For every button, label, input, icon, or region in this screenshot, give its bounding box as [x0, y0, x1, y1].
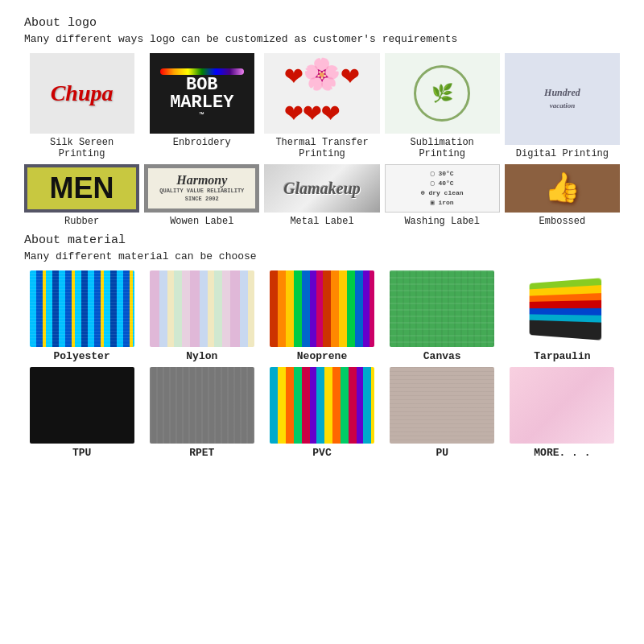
pvc-image [270, 367, 374, 444]
metal-image: Glamakeup [264, 164, 379, 213]
harmony-text: Harmony [176, 173, 227, 188]
woven-label: Wowen Label [170, 216, 233, 227]
digital-image: Hundredvacation [505, 53, 620, 145]
about-logo-subtitle: Many different ways logo can be customiz… [24, 33, 620, 45]
list-item: Glamakeup Metal Label [264, 164, 379, 227]
list-item: Tarpaulin [505, 270, 620, 362]
more-image [510, 367, 614, 444]
washing-label: Washing Label [404, 216, 480, 227]
polyester-visual [30, 270, 134, 347]
woven-box: Harmony QUALITY VALUE RELIABILITYSINCE 2… [146, 166, 258, 211]
men-text: MEN [50, 171, 114, 205]
pu-visual [390, 367, 494, 444]
rubber-image: MEN [24, 164, 139, 213]
list-item: PVC [264, 367, 379, 459]
list-item: Polyester [24, 270, 139, 362]
embroidery-label: Enbroidery [173, 137, 231, 148]
page: About logo Many different ways logo can … [0, 0, 644, 480]
list-item: 👍 Embossed [505, 164, 620, 227]
list-item: MORE. . . [505, 367, 620, 459]
harmony-sub-text: QUALITY VALUE RELIABILITYSINCE 2002 [159, 188, 244, 204]
material-grid-row1: Polyester Nylon Neoprene Canvas [24, 270, 620, 362]
metal-label: Metal Label [290, 216, 353, 227]
nylon-image [150, 270, 254, 347]
polyester-label: Polyester [53, 350, 109, 362]
list-item: MEN Rubber [24, 164, 139, 227]
rpet-label: RPET [189, 447, 214, 459]
embossed-image: 👍 [505, 164, 620, 213]
silk-screen-label: Silk Sereen Printing [24, 137, 139, 159]
pu-image [390, 367, 494, 444]
about-material-subtitle: Many different material can be choose [24, 250, 620, 262]
canvas-image [390, 270, 494, 347]
bob-tm-text: ™ [200, 112, 204, 120]
embossed-icon: 👍 [544, 171, 580, 206]
thermal-image: ❤️🌸❤️❤️❤️❤️ [264, 53, 379, 134]
pvc-label: PVC [312, 447, 331, 459]
polyester-image [30, 270, 134, 347]
rainbow-bar [160, 68, 244, 75]
nylon-label: Nylon [186, 350, 217, 362]
list-item: BOB MARLEY ™ Enbroidery [144, 53, 259, 159]
woven-image: Harmony QUALITY VALUE RELIABILITYSINCE 2… [144, 164, 259, 213]
list-item: RPET [144, 367, 259, 459]
material-grid-row2: TPU RPET PVC PU MORE. . . [24, 367, 620, 459]
list-item: Chupa Silk Sereen Printing [24, 53, 139, 159]
digital-label: Digital Printing [516, 148, 609, 159]
embroidery-image: BOB MARLEY ™ [150, 53, 254, 134]
tpu-visual [30, 367, 134, 444]
bob-marley-logo: BOB MARLEY ™ [150, 53, 254, 134]
washing-image: ▢ 30°C▢ 40°C⊕ dry clean▣ iron [385, 164, 500, 213]
neoprene-visual [270, 270, 374, 347]
digital-logo-text: Hundredvacation [544, 87, 580, 111]
rpet-image [150, 367, 254, 444]
pvc-visual [270, 367, 374, 444]
canvas-visual [390, 270, 494, 347]
rpet-visual [150, 367, 254, 444]
list-item: Nylon [144, 270, 259, 362]
tarpaulin-image [510, 270, 614, 347]
list-item: ▢ 30°C▢ 40°C⊕ dry clean▣ iron Washing La… [385, 164, 500, 227]
tpu-image [30, 367, 134, 444]
nylon-visual [150, 270, 254, 347]
sublimation-image: 🌿 [385, 53, 500, 134]
more-label: MORE. . . [534, 447, 590, 459]
sublimation-label: Sublimation Printing [385, 137, 500, 159]
chupa-logo: Chupa [30, 53, 134, 134]
cherry-bg: ❤️🌸❤️❤️❤️❤️ [264, 53, 379, 134]
more-visual [510, 367, 614, 444]
tpu-label: TPU [72, 447, 91, 459]
list-item: PU [385, 367, 500, 459]
about-material-title: About material [24, 233, 620, 247]
neoprene-label: Neoprene [297, 350, 347, 362]
list-item: Harmony QUALITY VALUE RELIABILITYSINCE 2… [144, 164, 259, 227]
bob-name-text: BOB [186, 76, 218, 94]
silk-screen-image: Chupa [30, 53, 134, 134]
tarpaulin-label: Tarpaulin [534, 350, 590, 362]
thermal-label: Thermal Transfer Printing [264, 137, 379, 159]
pu-label: PU [436, 447, 448, 459]
list-item: TPU [24, 367, 139, 459]
canvas-label: Canvas [423, 350, 461, 362]
rubber-label: Rubber [64, 216, 99, 227]
tarpaulin-visual [510, 270, 614, 347]
embossed-label: Embossed [539, 216, 586, 227]
logo-grid-row1: Chupa Silk Sereen Printing BOB MARLEY ™ … [24, 53, 620, 159]
list-item: ❤️🌸❤️❤️❤️❤️ Thermal Transfer Printing [264, 53, 379, 159]
sublim-wreath: 🌿 [414, 65, 470, 122]
about-logo-title: About logo [24, 16, 620, 30]
tarpaulin-roll [530, 278, 601, 341]
wreath-icon: 🌿 [431, 83, 453, 105]
washing-text: ▢ 30°C▢ 40°C⊕ dry clean▣ iron [421, 169, 464, 208]
marley-name-text: MARLEY [170, 94, 233, 112]
list-item: Neoprene [264, 270, 379, 362]
list-item: Hundredvacation Digital Printing [505, 53, 620, 159]
cherry-icon: ❤️🌸❤️❤️❤️❤️ [285, 56, 360, 130]
logo-grid-row2: MEN Rubber Harmony QUALITY VALUE RELIABI… [24, 164, 620, 227]
neoprene-image [270, 270, 374, 347]
metal-logo-text: Glamakeup [283, 180, 361, 198]
list-item: Canvas [385, 270, 500, 362]
list-item: 🌿 Sublimation Printing [385, 53, 500, 159]
